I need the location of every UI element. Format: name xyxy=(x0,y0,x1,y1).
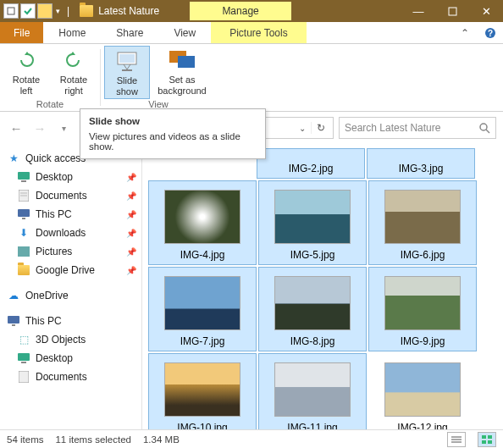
documents-icon xyxy=(17,370,30,384)
svg-rect-6 xyxy=(122,69,132,71)
address-dropdown-icon[interactable]: ⌄ xyxy=(299,124,306,133)
navigation-pane: ★ Quick access Desktop📌 Documents📌 This … xyxy=(0,144,142,429)
svg-rect-19 xyxy=(8,316,19,324)
folder-icon xyxy=(17,263,30,277)
svg-rect-5 xyxy=(119,54,135,63)
onedrive-icon: ☁ xyxy=(7,289,20,302)
svg-rect-0 xyxy=(8,8,14,14)
svg-rect-11 xyxy=(18,172,30,180)
file-item[interactable]: IMG-3.jpg xyxy=(367,148,475,179)
thumbnail xyxy=(384,190,461,244)
tooltip-title: Slide show xyxy=(89,116,257,126)
slideshow-button[interactable]: Slide show xyxy=(104,46,150,99)
sidebar-item-google-drive[interactable]: Google Drive📌 xyxy=(2,261,140,279)
pictures-icon xyxy=(17,245,30,258)
file-item[interactable]: IMG-8.jpg xyxy=(258,267,367,351)
svg-rect-12 xyxy=(21,180,26,182)
sidebar-item-documents-2[interactable]: Documents xyxy=(2,368,140,386)
file-item[interactable]: IMG-2.jpg xyxy=(257,148,365,179)
desktop-icon xyxy=(17,170,30,184)
qat-dropdown-icon[interactable]: ▾ xyxy=(54,7,62,15)
file-item[interactable]: IMG-7.jpg xyxy=(148,267,257,351)
svg-rect-28 xyxy=(488,435,492,439)
file-item[interactable]: IMG-4.jpg xyxy=(148,180,257,265)
sidebar-item-this-pc-quick[interactable]: This PC📌 xyxy=(2,205,140,224)
selection-count: 11 items selected xyxy=(55,434,131,445)
sidebar-item-onedrive[interactable]: ☁OneDrive xyxy=(2,286,140,305)
rotate-left-button[interactable]: Rotate left xyxy=(3,46,49,97)
sidebar-item-pictures[interactable]: Pictures📌 xyxy=(2,242,140,261)
file-name: IMG-5.jpg xyxy=(290,249,335,261)
window-title-area: Latest Nature xyxy=(80,5,190,17)
search-input[interactable]: Search Latest Nature xyxy=(339,117,496,139)
pin-icon: 📌 xyxy=(126,173,136,182)
pc-icon xyxy=(17,207,30,221)
file-item[interactable]: IMG-12.jpg xyxy=(368,353,477,429)
projector-icon xyxy=(115,50,139,72)
pin-icon: 📌 xyxy=(126,210,136,219)
item-count: 54 items xyxy=(7,434,43,445)
file-name: IMG-8.jpg xyxy=(290,335,335,347)
sidebar-item-desktop-2[interactable]: Desktop xyxy=(2,349,140,368)
help-icon[interactable]: ? xyxy=(478,22,503,43)
thumbnail xyxy=(384,362,461,417)
minimize-button[interactable]: ― xyxy=(401,0,435,22)
rotate-right-button[interactable]: Rotate right xyxy=(51,46,97,97)
file-item[interactable]: IMG-10.jpg xyxy=(148,353,257,429)
recent-locations-icon[interactable]: ▾ xyxy=(54,119,73,137)
file-item[interactable]: IMG-11.jpg xyxy=(258,353,367,429)
pc-icon xyxy=(7,314,20,328)
view-tab[interactable]: View xyxy=(158,22,211,43)
rotate-right-icon xyxy=(64,51,83,69)
pin-icon: 📌 xyxy=(126,266,136,275)
cube-icon: ⬚ xyxy=(17,333,30,346)
home-tab[interactable]: Home xyxy=(43,22,101,43)
details-view-button[interactable] xyxy=(447,432,466,447)
rotate-left-icon xyxy=(17,51,36,69)
forward-button[interactable]: → xyxy=(30,119,49,137)
qat-button-2[interactable] xyxy=(20,3,36,19)
picture-tools-tab[interactable]: Picture Tools xyxy=(211,22,306,43)
thumbnails-view-button[interactable] xyxy=(478,432,496,447)
pin-icon: 📌 xyxy=(126,191,136,201)
file-item[interactable]: IMG-5.jpg xyxy=(258,180,367,265)
refresh-icon[interactable]: ↻ xyxy=(311,122,329,134)
file-name: IMG-10.jpg xyxy=(177,422,227,429)
maximize-button[interactable] xyxy=(435,0,469,22)
sidebar-item-this-pc[interactable]: This PC xyxy=(2,312,140,330)
downloads-icon: ⬇ xyxy=(17,226,30,240)
share-tab[interactable]: Share xyxy=(101,22,158,43)
svg-rect-20 xyxy=(12,324,15,326)
file-name: IMG-4.jpg xyxy=(180,249,225,261)
file-tab[interactable]: File xyxy=(0,22,43,43)
sidebar-item-documents[interactable]: Documents📌 xyxy=(2,186,140,205)
window-title: Latest Nature xyxy=(98,5,159,17)
context-tab-manage[interactable]: Manage xyxy=(190,2,290,20)
file-item[interactable]: IMG-9.jpg xyxy=(368,267,477,351)
back-button[interactable]: ← xyxy=(7,119,25,137)
slideshow-tooltip: Slide show View pictures and videos as a… xyxy=(80,108,266,159)
svg-rect-18 xyxy=(18,246,30,257)
sidebar-item-downloads[interactable]: ⬇Downloads📌 xyxy=(2,224,140,242)
sidebar-item-3d-objects[interactable]: ⬚3D Objects xyxy=(2,330,140,349)
desktop-bg-icon xyxy=(169,51,195,69)
qat-button-3[interactable] xyxy=(37,3,53,19)
close-button[interactable]: ✕ xyxy=(469,0,503,22)
ribbon-group-label: Rotate xyxy=(36,99,64,111)
sidebar-item-desktop[interactable]: Desktop📌 xyxy=(2,168,140,186)
file-item[interactable]: IMG-6.jpg xyxy=(368,180,477,265)
title-bar: ▾ | Latest Nature Manage ― ✕ xyxy=(0,0,503,22)
file-name: IMG-3.jpg xyxy=(399,163,444,174)
quick-access-toolbar: ▾ | xyxy=(0,3,76,19)
svg-rect-23 xyxy=(19,371,29,383)
ribbon-collapse-icon[interactable]: ⌃ xyxy=(452,22,478,43)
file-list[interactable]: IMG-2.jpgIMG-3.jpgIMG-4.jpgIMG-5.jpgIMG-… xyxy=(142,144,503,429)
thumbnail xyxy=(274,362,351,417)
thumbnail xyxy=(384,276,461,330)
set-as-background-button[interactable]: Set as background xyxy=(152,46,213,99)
svg-rect-21 xyxy=(18,353,30,361)
search-placeholder: Search Latest Nature xyxy=(345,122,478,134)
qat-button-1[interactable] xyxy=(3,3,19,19)
thumbnail xyxy=(274,276,351,330)
file-name: IMG-2.jpg xyxy=(289,163,334,174)
